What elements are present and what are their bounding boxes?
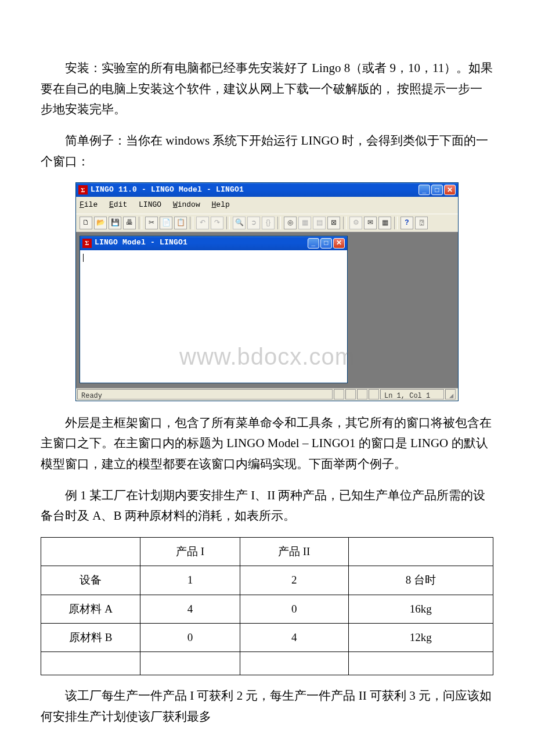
undo-icon[interactable]: ↶ — [196, 217, 209, 229]
table-cell: 原材料 A — [41, 595, 140, 623]
save-icon[interactable]: 💾 — [109, 217, 121, 229]
status-bar: Ready Ln 1, Col 1 ◢ — [76, 388, 458, 401]
inner-titlebar: Σ LINGO Model - LINGO1 _ □ ✕ — [80, 236, 347, 250]
inner-app-icon: Σ — [82, 239, 92, 248]
table-cell: 12kg — [348, 623, 493, 651]
resource-table: 产品 I 产品 II 设备 1 2 8 台时 原材料 A 4 0 16kg 原材… — [41, 537, 493, 675]
find-icon[interactable]: 🔍 — [233, 217, 246, 229]
resize-grip-icon[interactable]: ◢ — [445, 389, 456, 399]
table-header-row: 产品 I 产品 II — [41, 537, 493, 566]
match-paren-icon[interactable]: {} — [262, 217, 275, 229]
table-cell: 0 — [240, 595, 348, 623]
paragraph-outer-window: 外层是主框架窗口，包含了所有菜单命令和工具条，其它所有的窗口将被包含在主窗口之下… — [41, 413, 493, 475]
menu-edit[interactable]: Edit — [109, 200, 127, 209]
mdi-client-area: Σ LINGO Model - LINGO1 _ □ ✕ www.bdocx.c… — [76, 232, 458, 388]
table-cell: 产品 I — [140, 537, 240, 566]
table-row: 原材料 A 4 0 16kg — [41, 595, 493, 623]
status-ready: Ready — [77, 389, 333, 399]
status-pane-1 — [334, 389, 344, 399]
goto-icon[interactable]: ➲ — [247, 217, 260, 229]
new-icon[interactable]: 🗋 — [80, 217, 92, 229]
options-icon[interactable]: ⚙ — [349, 217, 362, 229]
table-cell: 1 — [140, 566, 240, 595]
lingo-screenshot: Σ LINGO 11.0 - LINGO Model - LINGO1 _ □ … — [75, 182, 459, 401]
table-cell — [348, 537, 493, 566]
table-cell: 4 — [240, 623, 348, 651]
maximize-button[interactable]: □ — [431, 185, 443, 195]
inner-window: Σ LINGO Model - LINGO1 _ □ ✕ — [80, 236, 348, 383]
close-button[interactable]: ✕ — [444, 185, 456, 195]
paragraph-example-intro: 简单例子：当你在 windows 系统下开始运行 LINGO 时，会得到类似于下… — [41, 131, 493, 172]
text-cursor — [83, 254, 84, 262]
toolbar: 🗋 📂 💾 🖶 ✂ 📄 📋 ↶ ↷ 🔍 ➲ {} ◎ ▦ ▤ ⊠ ⚙ ✉ ▦ — [76, 214, 458, 232]
table-cell — [140, 652, 240, 675]
print-icon[interactable]: 🖶 — [123, 217, 136, 229]
status-pane-4 — [369, 389, 379, 399]
paragraph-example-1: 例 1 某工厂在计划期内要安排生产 I、II 两种产品，已知生产单位产品所需的设… — [41, 485, 493, 527]
table-cell — [41, 652, 140, 675]
code-editor[interactable] — [80, 250, 347, 383]
menu-bar: File Edit LINGO Window Help — [76, 197, 458, 213]
table-row: 设备 1 2 8 台时 — [41, 566, 493, 595]
table-cell: 8 台时 — [348, 566, 493, 595]
context-help-icon[interactable]: ⍰ — [415, 217, 428, 229]
table-cell: 4 — [140, 595, 240, 623]
table-cell: 16kg — [348, 595, 493, 623]
table-row — [41, 652, 493, 675]
table-cell — [41, 537, 140, 566]
outer-window: Σ LINGO 11.0 - LINGO Model - LINGO1 _ □ … — [75, 182, 459, 401]
redo-icon[interactable]: ↷ — [211, 217, 223, 229]
table-cell — [348, 652, 493, 675]
copy-icon[interactable]: 📄 — [160, 217, 172, 229]
outer-window-title: LINGO 11.0 - LINGO Model - LINGO1 — [91, 183, 244, 196]
tile-icon[interactable]: ▦ — [378, 217, 391, 229]
matrix-icon[interactable]: ▤ — [313, 217, 326, 229]
picture-icon[interactable]: ⊠ — [327, 217, 340, 229]
app-icon: Σ — [78, 185, 88, 195]
table-row: 原材料 B 0 4 12kg — [41, 623, 493, 651]
table-cell: 产品 II — [240, 537, 348, 566]
send-icon[interactable]: ✉ — [364, 217, 377, 229]
inner-close-button[interactable]: ✕ — [333, 238, 345, 249]
status-pane-3 — [357, 389, 367, 399]
cut-icon[interactable]: ✂ — [145, 217, 158, 229]
menu-help[interactable]: Help — [212, 200, 230, 209]
solution-icon[interactable]: ▦ — [298, 217, 311, 229]
paragraph-install: 安装：实验室的所有电脑都已经事先安装好了 Lingo 8（或者 9，10，11）… — [41, 58, 493, 120]
inner-window-title: LINGO Model - LINGO1 — [95, 236, 187, 249]
paste-icon[interactable]: 📋 — [174, 217, 187, 229]
table-cell — [240, 652, 348, 675]
menu-window[interactable]: Window — [173, 200, 200, 209]
table-cell: 设备 — [41, 566, 140, 595]
table-cell: 0 — [140, 623, 240, 651]
table-cell: 2 — [240, 566, 348, 595]
menu-file[interactable]: File — [80, 200, 98, 209]
table-cell: 原材料 B — [41, 623, 140, 651]
status-cursor-position: Ln 1, Col 1 — [380, 389, 444, 399]
inner-minimize-button[interactable]: _ — [308, 238, 319, 249]
open-icon[interactable]: 📂 — [94, 217, 107, 229]
paragraph-profit: 该工厂每生产一件产品 I 可获利 2 元，每生产一件产品 II 可获利 3 元，… — [41, 686, 493, 727]
minimize-button[interactable]: _ — [418, 185, 430, 195]
inner-maximize-button[interactable]: □ — [320, 238, 332, 249]
help-icon[interactable]: ? — [400, 217, 413, 229]
menu-lingo[interactable]: LINGO — [139, 200, 161, 209]
status-pane-2 — [345, 389, 356, 399]
outer-titlebar: Σ LINGO 11.0 - LINGO Model - LINGO1 _ □ … — [76, 183, 458, 197]
solve-icon[interactable]: ◎ — [284, 217, 297, 229]
